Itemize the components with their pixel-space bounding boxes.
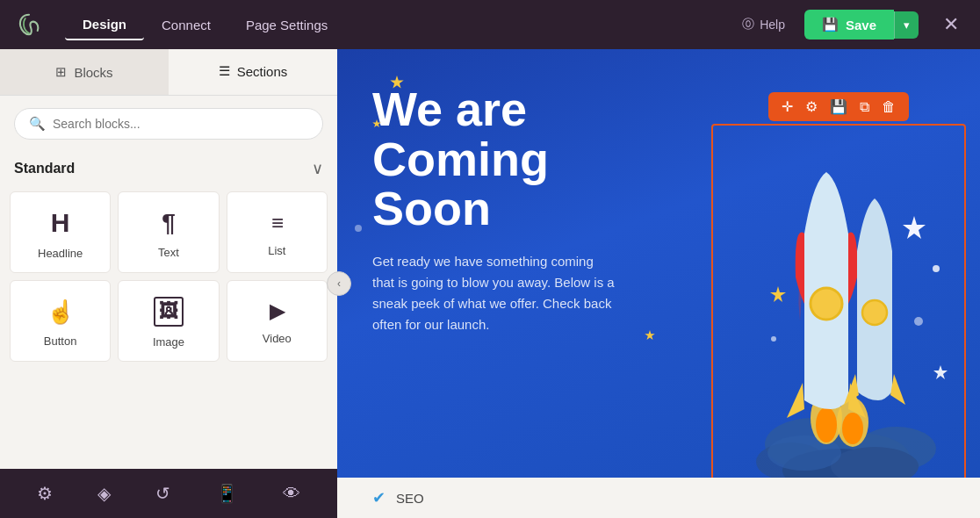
main-area: ⊞ Blocks ☰ Sections 🔍 Standard ∨ H Headl xyxy=(0,49,980,518)
nav-page-settings[interactable]: Page Settings xyxy=(228,11,345,40)
close-button[interactable]: ✕ xyxy=(936,10,966,40)
move-icon[interactable]: ✛ xyxy=(777,97,797,117)
rocket-illustration xyxy=(717,133,962,493)
settings-block-icon[interactable]: ⚙ xyxy=(801,97,822,117)
block-button-label: Button xyxy=(44,335,77,348)
block-headline[interactable]: H Headline xyxy=(10,191,111,273)
bottom-toolbar: ⚙ ◈ ↺ 📱 👁 xyxy=(0,469,337,518)
seo-bar: ✔ SEO xyxy=(337,478,980,518)
svg-point-14 xyxy=(771,336,776,342)
help-icon: ⓪ xyxy=(742,17,754,32)
block-text-label: Text xyxy=(158,246,179,259)
panel-tabs: ⊞ Blocks ☰ Sections xyxy=(0,49,337,96)
blocks-grid: H Headline ¶ Text ≡ List ☝ Button 🖼 Imag… xyxy=(0,189,337,364)
help-label: Help xyxy=(760,18,785,32)
save-group: 💾 Save ▾ xyxy=(804,10,919,40)
canvas-text-area: We are Coming Soon Get ready we have som… xyxy=(372,84,671,335)
svg-point-12 xyxy=(862,300,887,325)
svg-point-13 xyxy=(933,265,940,272)
save-button[interactable]: 💾 Save xyxy=(804,10,894,40)
list-icon: ≡ xyxy=(271,211,282,235)
sections-icon: ☰ xyxy=(219,63,230,79)
svg-point-10 xyxy=(842,413,863,444)
logo[interactable] xyxy=(14,10,44,40)
nav-design[interactable]: Design xyxy=(65,10,144,40)
block-headline-label: Headline xyxy=(38,247,83,260)
seo-label: SEO xyxy=(396,491,424,506)
canvas-area[interactable]: We are Coming Soon Get ready we have som… xyxy=(337,49,980,518)
search-input[interactable] xyxy=(53,117,308,131)
svg-point-11 xyxy=(811,288,842,320)
section-toggle[interactable]: ∨ xyxy=(312,159,323,178)
search-container: 🔍 xyxy=(0,96,337,152)
dot-decoration xyxy=(355,225,362,232)
tab-sections-label: Sections xyxy=(237,64,288,79)
tab-blocks[interactable]: ⊞ Blocks xyxy=(0,49,169,95)
video-icon: ▶ xyxy=(270,300,285,323)
seo-check-icon: ✔ xyxy=(372,488,386,507)
left-panel: ⊞ Blocks ☰ Sections 🔍 Standard ∨ H Headl xyxy=(0,49,337,518)
save-label: Save xyxy=(846,18,876,32)
delete-block-icon[interactable]: 🗑 xyxy=(877,97,900,117)
block-button[interactable]: ☝ Button xyxy=(10,280,111,362)
blocks-icon: ⊞ xyxy=(55,64,67,80)
section-header: Standard ∨ xyxy=(0,152,337,189)
block-image-label: Image xyxy=(153,335,184,349)
search-icon: 🔍 xyxy=(29,116,46,132)
save-icon: 💾 xyxy=(822,17,839,32)
mobile-icon[interactable]: 📱 xyxy=(216,483,238,504)
settings-icon[interactable]: ⚙ xyxy=(37,483,53,504)
block-list[interactable]: ≡ List xyxy=(227,191,328,273)
headline-icon: H xyxy=(51,208,70,238)
tab-blocks-label: Blocks xyxy=(74,65,112,80)
section-label: Standard xyxy=(14,161,75,176)
block-video-label: Video xyxy=(263,332,292,345)
collapse-handle[interactable]: ‹ xyxy=(327,271,351,296)
svg-point-9 xyxy=(816,407,837,442)
search-wrap: 🔍 xyxy=(14,108,323,140)
text-icon: ¶ xyxy=(162,209,176,237)
coming-soon-subtitle: Get ready we have something coming that … xyxy=(372,251,618,335)
block-image[interactable]: 🖼 Image xyxy=(118,280,219,362)
nav-connect[interactable]: Connect xyxy=(144,11,228,40)
layers-icon[interactable]: ◈ xyxy=(97,483,111,504)
svg-point-15 xyxy=(914,317,923,326)
nav-right: ⓪ Help 💾 Save ▾ ✕ xyxy=(733,10,966,40)
coming-soon-title: We are Coming Soon xyxy=(372,84,671,234)
help-button[interactable]: ⓪ Help xyxy=(733,11,794,38)
tab-sections[interactable]: ☰ Sections xyxy=(169,49,337,95)
save-block-icon[interactable]: 💾 xyxy=(825,97,852,117)
block-video[interactable]: ▶ Video xyxy=(227,280,328,362)
preview-icon[interactable]: 👁 xyxy=(283,484,300,504)
image-icon: 🖼 xyxy=(154,297,184,327)
button-icon: ☝ xyxy=(47,299,75,326)
block-list-label: List xyxy=(268,244,285,257)
duplicate-block-icon[interactable]: ⧉ xyxy=(855,97,874,117)
top-nav: Design Connect Page Settings ⓪ Help 💾 Sa… xyxy=(0,0,980,49)
save-dropdown-button[interactable]: ▾ xyxy=(894,11,919,39)
selected-toolbar: ✛ ⚙ 💾 ⧉ 🗑 xyxy=(768,92,909,121)
canvas-content: We are Coming Soon Get ready we have som… xyxy=(337,49,980,518)
history-icon[interactable]: ↺ xyxy=(155,483,170,504)
block-text[interactable]: ¶ Text xyxy=(118,191,219,273)
